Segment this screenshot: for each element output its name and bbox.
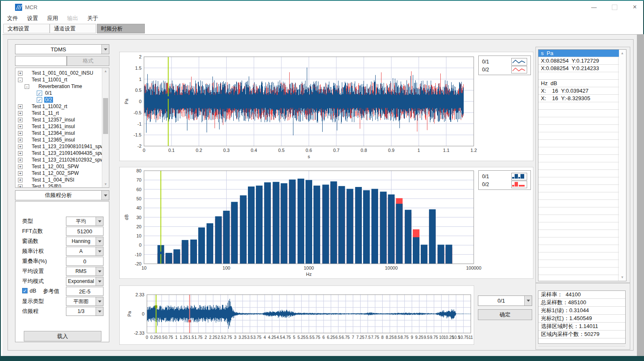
- expand-icon[interactable]: +: [18, 138, 23, 142]
- expand-icon[interactable]: +: [18, 151, 23, 156]
- tree-item[interactable]: +Test 1_12365_insul: [15, 136, 109, 143]
- type-combobox[interactable]: 平均: [66, 217, 104, 226]
- load-button[interactable]: 载入: [24, 331, 101, 341]
- collapse-icon[interactable]: -: [25, 84, 29, 89]
- channel-checkbox[interactable]: ✓: [37, 91, 42, 96]
- readout-row[interactable]: [538, 185, 619, 192]
- readout-row[interactable]: X:0.088254 Y:0.172729: [538, 57, 619, 65]
- tab-channel-settings[interactable]: 通道设置: [50, 24, 96, 33]
- tree-scrollbar[interactable]: ▲▼: [102, 68, 109, 187]
- format-button[interactable]: 格式: [67, 56, 109, 66]
- expand-icon[interactable]: +: [18, 118, 23, 122]
- db-checkbox[interactable]: ✓: [22, 288, 28, 293]
- maximize-button[interactable]: [605, 1, 624, 13]
- average-setting-combobox[interactable]: RMS: [66, 267, 104, 276]
- expand-icon[interactable]: +: [18, 171, 23, 176]
- minimize-button[interactable]: —: [584, 1, 604, 13]
- frequency-weighting-combobox[interactable]: A: [66, 247, 104, 256]
- collapse-icon[interactable]: -: [18, 78, 23, 82]
- readout-row[interactable]: X:0.088254 Y:0.214233: [538, 65, 619, 72]
- expand-icon[interactable]: +: [18, 184, 23, 188]
- readout-row[interactable]: [538, 102, 619, 110]
- filter-input[interactable]: [15, 56, 67, 66]
- chevron-down-icon[interactable]: [96, 297, 103, 305]
- tree-item[interactable]: +Test 1_123_210914094435_spw: [15, 150, 109, 157]
- overlap-percent-input[interactable]: 0: [66, 257, 104, 266]
- readout-row[interactable]: [538, 125, 619, 132]
- octave-spectrum-chart[interactable]: 80706050403020100-10-2010100100010000100…: [119, 167, 533, 279]
- menu-about[interactable]: 关于: [83, 13, 103, 23]
- readout-row[interactable]: [538, 230, 619, 237]
- readout-row[interactable]: [538, 192, 619, 200]
- tree-item[interactable]: +Test 1_11_rt: [15, 110, 109, 116]
- tree-item[interactable]: +Test 1_1_004_INSI: [15, 177, 109, 183]
- expand-icon[interactable]: +: [18, 71, 23, 76]
- file-format-combobox[interactable]: TDMS: [15, 44, 109, 54]
- menu-settings[interactable]: 设置: [23, 13, 43, 23]
- chevron-down-icon[interactable]: [524, 296, 532, 305]
- expand-icon[interactable]: +: [18, 144, 23, 149]
- chevron-down-icon[interactable]: [96, 307, 103, 316]
- tree-item[interactable]: +Test 1_123_211026102932_spw: [15, 157, 109, 163]
- readout-row[interactable]: X: 16 Y:0.039427: [538, 87, 619, 95]
- window-function-combobox[interactable]: Hanning: [66, 237, 104, 246]
- overview-waveform-chart[interactable]: 2.330-2.3300.250.50.7511.251.51.7522.252…: [119, 285, 474, 345]
- readout-row[interactable]: [538, 170, 619, 177]
- menu-file[interactable]: 文件: [3, 13, 23, 23]
- tab-document-settings[interactable]: 文档设置: [3, 24, 50, 33]
- menu-apply[interactable]: 应用: [43, 13, 63, 23]
- page-scrollbar[interactable]: [637, 34, 644, 356]
- readout-row[interactable]: [538, 215, 619, 222]
- tree-item[interactable]: +Test 1_001_001_002_INSU: [15, 70, 109, 76]
- readout-scrollbar[interactable]: ▲ ▼: [618, 50, 626, 281]
- readout-row[interactable]: [538, 177, 619, 185]
- scroll-up-icon[interactable]: ▲: [102, 69, 109, 73]
- readout-row[interactable]: [538, 72, 619, 80]
- average-mode-combobox[interactable]: Exponential: [66, 277, 104, 286]
- chevron-down-icon[interactable]: [96, 237, 103, 245]
- chevron-down-icon[interactable]: [96, 217, 103, 225]
- confirm-button[interactable]: 确定: [478, 309, 532, 320]
- tree-item[interactable]: +Test 1_12_001_SPW: [15, 163, 109, 170]
- scroll-down-icon[interactable]: ▼: [102, 182, 109, 186]
- close-button[interactable]: ×: [625, 1, 644, 13]
- readout-row[interactable]: [538, 110, 619, 117]
- chevron-down-icon[interactable]: [101, 191, 109, 200]
- readout-row[interactable]: [538, 117, 619, 125]
- tab-time-frequency-analysis[interactable]: 时频分析: [97, 24, 145, 33]
- tree-item[interactable]: +Test 1_12_002_SPW: [15, 170, 109, 177]
- fft-points-input[interactable]: 51200: [66, 227, 104, 236]
- readout-header-row[interactable]: s Pa: [538, 50, 619, 57]
- expand-icon[interactable]: +: [18, 131, 23, 136]
- readout-row[interactable]: [538, 155, 619, 162]
- readout-row[interactable]: [538, 275, 619, 281]
- tree-item[interactable]: +Test 1_123_210908101941_spw: [15, 143, 109, 150]
- tree-item[interactable]: ✓0/1: [15, 90, 109, 96]
- readout-row[interactable]: [538, 140, 619, 147]
- expand-icon[interactable]: +: [18, 178, 23, 182]
- scroll-up-icon[interactable]: ▲: [619, 51, 626, 55]
- expand-icon[interactable]: +: [18, 124, 23, 129]
- tree-scrollbar-thumb[interactable]: [103, 98, 108, 134]
- readout-row[interactable]: [538, 260, 619, 268]
- readout-row[interactable]: [538, 245, 619, 252]
- readout-row[interactable]: [538, 147, 619, 155]
- chevron-down-icon[interactable]: [101, 45, 109, 54]
- time-waveform-chart[interactable]: 21.510.50-0.5-1-1.5-200.10.20.30.40.50.6…: [119, 52, 533, 161]
- tree-item[interactable]: +Test 1_12357_insul: [15, 116, 109, 123]
- tree-item[interactable]: +Test 1_12364_insul: [15, 130, 109, 136]
- channel-checkbox[interactable]: ✓: [37, 97, 42, 103]
- readout-row[interactable]: [538, 268, 619, 275]
- readout-row[interactable]: [538, 132, 619, 140]
- readout-row[interactable]: [538, 207, 619, 215]
- octave-combobox[interactable]: 1/3: [66, 307, 104, 316]
- expand-icon[interactable]: +: [18, 104, 23, 109]
- tree-item[interactable]: +Test 1_25度0: [15, 183, 109, 188]
- expand-icon[interactable]: +: [18, 111, 23, 116]
- tree-item[interactable]: +Test 1_11002_rt: [15, 103, 109, 110]
- readout-row[interactable]: [538, 252, 619, 260]
- tree-item[interactable]: -Test 1_11001_rt: [15, 76, 109, 83]
- channel-combobox[interactable]: 0/1: [478, 295, 532, 306]
- expand-icon[interactable]: +: [18, 158, 23, 162]
- reference-value-input[interactable]: 2E-5: [66, 287, 104, 296]
